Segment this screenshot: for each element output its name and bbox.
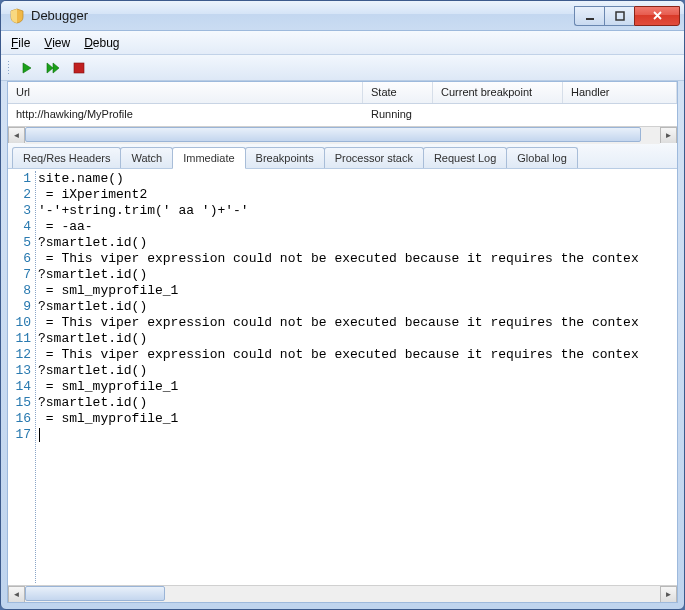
scroll-thumb[interactable] (25, 127, 641, 142)
menu-view[interactable]: View (44, 36, 70, 50)
col-url[interactable]: Url (8, 82, 363, 103)
scroll-right-icon[interactable]: ► (660, 586, 677, 602)
scroll-track[interactable] (25, 586, 660, 602)
minimize-button[interactable] (574, 6, 604, 26)
line-gutter: 1234567891011121314151617 (8, 171, 36, 583)
tab-request-log[interactable]: Request Log (423, 147, 507, 168)
svg-rect-0 (586, 18, 594, 20)
svg-rect-1 (616, 12, 624, 20)
cell-state: Running (363, 104, 433, 126)
run-all-button[interactable] (43, 58, 63, 78)
editor-hscrollbar[interactable]: ◄ ► (8, 585, 677, 602)
scroll-left-icon[interactable]: ◄ (8, 586, 25, 602)
col-breakpoint[interactable]: Current breakpoint (433, 82, 563, 103)
titlebar[interactable]: Debugger (1, 1, 684, 31)
cell-breakpoint (433, 104, 563, 126)
col-handler[interactable]: Handler (563, 82, 677, 103)
svg-rect-2 (74, 63, 84, 73)
menu-debug[interactable]: Debug (84, 36, 119, 50)
maximize-button[interactable] (604, 6, 634, 26)
immediate-editor[interactable]: 1234567891011121314151617 site.name() = … (8, 169, 677, 585)
stop-button[interactable] (69, 58, 89, 78)
editor-wrap: 1234567891011121314151617 site.name() = … (8, 169, 677, 602)
code-area[interactable]: site.name() = iXperiment2'-'+string.trim… (36, 171, 677, 583)
tab-watch[interactable]: Watch (120, 147, 173, 168)
tab-processor-stack[interactable]: Processor stack (324, 147, 424, 168)
tab-breakpoints[interactable]: Breakpoints (245, 147, 325, 168)
scroll-left-icon[interactable]: ◄ (8, 127, 25, 144)
tabstrip: Req/Res Headers Watch Immediate Breakpoi… (8, 143, 677, 169)
grid-hscrollbar[interactable]: ◄ ► (8, 126, 677, 143)
cell-handler (563, 104, 677, 126)
close-button[interactable] (634, 6, 680, 26)
menu-file[interactable]: File (11, 36, 30, 50)
run-button[interactable] (17, 58, 37, 78)
window-title: Debugger (31, 8, 574, 23)
scroll-thumb[interactable] (25, 586, 165, 601)
window-controls (574, 6, 680, 26)
scroll-track[interactable] (25, 127, 660, 144)
grid-header: Url State Current breakpoint Handler (8, 82, 677, 104)
tab-reqres-headers[interactable]: Req/Res Headers (12, 147, 121, 168)
grid-row[interactable]: http://hawking/MyProfile Running (8, 104, 677, 126)
toolbar-grip[interactable] (7, 60, 11, 76)
col-state[interactable]: State (363, 82, 433, 103)
app-icon (9, 8, 25, 24)
tab-immediate[interactable]: Immediate (172, 147, 245, 169)
cell-url: http://hawking/MyProfile (8, 104, 363, 126)
content-area: Url State Current breakpoint Handler htt… (7, 81, 678, 603)
tab-global-log[interactable]: Global log (506, 147, 578, 168)
menubar: File View Debug (1, 31, 684, 55)
scroll-right-icon[interactable]: ► (660, 127, 677, 144)
debugger-window: Debugger File View Debug (0, 0, 685, 610)
toolbar (1, 55, 684, 81)
